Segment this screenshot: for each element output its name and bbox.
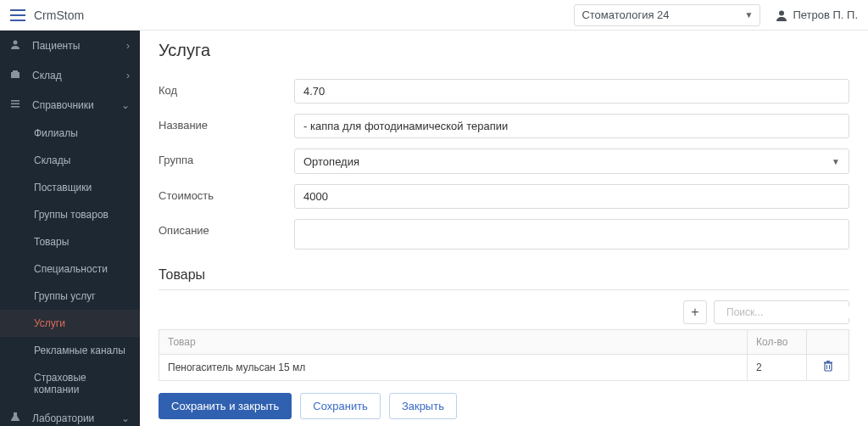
- th-actions: [807, 330, 849, 355]
- input-price[interactable]: [294, 184, 849, 209]
- plus-icon: +: [691, 305, 698, 320]
- sidebar-sub-specialties[interactable]: Специальности: [0, 255, 140, 283]
- label-code: Код: [159, 79, 294, 97]
- search-input[interactable]: [726, 306, 854, 318]
- warehouse-icon: [10, 69, 24, 81]
- th-qty: Кол-во: [748, 330, 807, 355]
- svg-point-1: [14, 41, 18, 45]
- svg-rect-6: [11, 106, 19, 108]
- input-name[interactable]: [294, 114, 849, 138]
- chevron-right-icon: ›: [126, 70, 130, 81]
- caret-down-icon: ▼: [744, 10, 753, 20]
- org-select[interactable]: Стоматология 24 ▼: [574, 4, 760, 26]
- th-name: Товар: [159, 330, 748, 355]
- trash-icon: [823, 361, 833, 372]
- svg-rect-5: [11, 104, 19, 105]
- add-good-button[interactable]: +: [683, 300, 707, 324]
- sidebar-sub-service-groups[interactable]: Группы услуг: [0, 283, 140, 310]
- svg-rect-4: [11, 100, 19, 102]
- sidebar-sub-goods[interactable]: Товары: [0, 228, 140, 255]
- label-price: Стоимость: [159, 184, 294, 202]
- svg-rect-9: [825, 363, 832, 371]
- table-row: Пеногаситель мульсан 15 мл 2: [159, 355, 849, 381]
- sidebar-item-label: Справочники: [32, 99, 94, 111]
- label-desc: Описание: [159, 219, 294, 237]
- sidebar-item-labs[interactable]: Лаборатории ⌄: [0, 403, 140, 426]
- delete-row-button[interactable]: [807, 355, 849, 381]
- sidebar-item-refs[interactable]: Справочники ⌄: [0, 90, 140, 120]
- label-name: Название: [159, 114, 294, 132]
- sidebar-sub-goods-groups[interactable]: Группы товаров: [0, 201, 140, 228]
- brand-name: CrmStom: [34, 8, 84, 22]
- caret-down-icon: ▼: [832, 157, 840, 166]
- sidebar-item-label: Лаборатории: [32, 412, 94, 424]
- goods-table: Товар Кол-во Пеногаситель мульсан 15 мл …: [159, 329, 849, 381]
- sidebar-sub-suppliers[interactable]: Поставщики: [0, 174, 140, 201]
- sidebar-sub-services[interactable]: Услуги: [0, 310, 140, 337]
- user-menu[interactable]: Петров П. П.: [776, 8, 858, 21]
- list-icon: [10, 98, 24, 111]
- chevron-down-icon: ⌄: [121, 99, 130, 111]
- select-group[interactable]: Ортопедия ▼: [294, 149, 849, 174]
- goods-section-title: Товары: [159, 267, 849, 283]
- svg-rect-10: [824, 362, 832, 364]
- close-button[interactable]: Закрыть: [389, 393, 457, 419]
- cell-name: Пеногаситель мульсан 15 мл: [159, 355, 748, 381]
- labs-icon: [10, 412, 24, 424]
- svg-rect-2: [11, 72, 19, 78]
- user-name: Петров П. П.: [793, 8, 858, 21]
- sidebar-sub-branches[interactable]: Филиалы: [0, 120, 140, 147]
- chevron-right-icon: ›: [126, 40, 130, 52]
- input-desc[interactable]: [294, 219, 849, 249]
- sidebar-item-label: Склад: [32, 70, 62, 81]
- label-group: Группа: [159, 149, 294, 166]
- sidebar-sub-ad-channels[interactable]: Рекламные каналы: [0, 337, 140, 364]
- sidebar-item-warehouse[interactable]: Склад ›: [0, 60, 140, 90]
- sidebar-sub-warehouses[interactable]: Склады: [0, 147, 140, 174]
- chevron-down-icon: ⌄: [121, 412, 130, 424]
- sidebar-item-label: Пациенты: [32, 40, 80, 52]
- svg-point-0: [779, 10, 784, 15]
- hamburger-icon[interactable]: [10, 9, 25, 21]
- search-box[interactable]: [714, 300, 849, 324]
- svg-rect-3: [13, 70, 18, 72]
- page-title: Услуга: [159, 41, 849, 60]
- main-content: Услуга Код Название Группа Ортопедия ▼: [140, 31, 868, 426]
- select-group-value: Ортопедия: [303, 155, 359, 168]
- svg-rect-11: [826, 361, 830, 362]
- org-select-value: Стоматология 24: [581, 8, 669, 21]
- input-code[interactable]: [294, 79, 849, 104]
- sidebar-item-patients[interactable]: Пациенты ›: [0, 31, 140, 60]
- topbar: CrmStom Стоматология 24 ▼ Петров П. П.: [0, 0, 868, 31]
- divider: [159, 289, 849, 290]
- patients-icon: [10, 39, 24, 52]
- save-close-button[interactable]: Сохранить и закрыть: [159, 393, 292, 419]
- sidebar: Пациенты › Склад › Справочники ⌄ Филиалы…: [0, 31, 140, 426]
- save-button[interactable]: Сохранить: [300, 393, 381, 419]
- user-icon: [776, 9, 787, 21]
- sidebar-sub-insurance[interactable]: Страховые компании: [0, 364, 140, 403]
- cell-qty: 2: [748, 355, 807, 381]
